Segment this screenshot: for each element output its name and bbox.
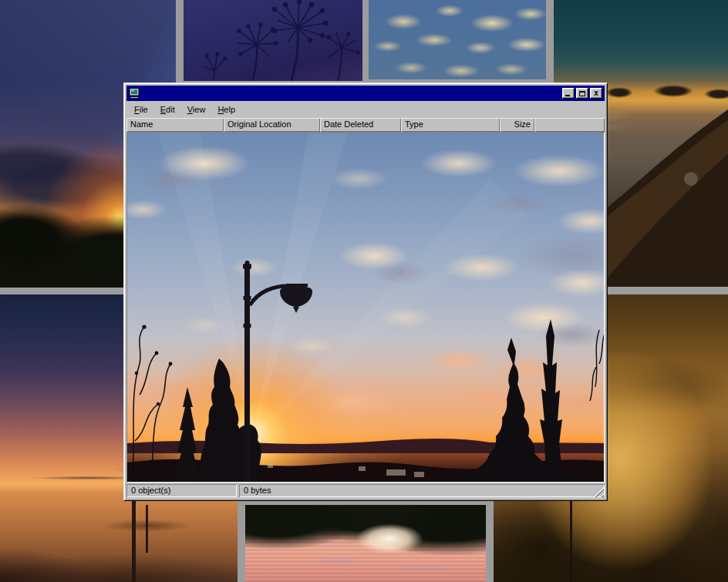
status-byte-count: 0 bytes bbox=[239, 484, 605, 497]
column-header-name[interactable]: Name bbox=[126, 118, 224, 132]
list-view-area[interactable] bbox=[126, 132, 605, 483]
menu-help[interactable]: Help bbox=[211, 103, 241, 116]
wallpaper-tile-seed-head-silhouettes bbox=[184, 0, 362, 81]
close-icon: x bbox=[594, 89, 598, 97]
see-through-sunset-photo bbox=[127, 133, 604, 482]
window-controls: x bbox=[562, 88, 602, 99]
list-column-headers: Name Original Location Date Deleted Type… bbox=[126, 118, 605, 132]
status-bar: 0 object(s) 0 bytes bbox=[126, 484, 605, 498]
minimize-button[interactable] bbox=[562, 88, 575, 99]
recycle-bin-window: x File Edit View Help Name Original Loca… bbox=[123, 82, 608, 501]
minimize-icon bbox=[565, 95, 570, 96]
menu-edit[interactable]: Edit bbox=[154, 103, 181, 116]
silhouette-layer bbox=[127, 133, 604, 482]
golden-pole-silhouette bbox=[570, 501, 572, 582]
column-header-filler bbox=[534, 118, 605, 132]
menu-bar: File Edit View Help bbox=[126, 101, 605, 118]
lake-pole-silhouette bbox=[132, 500, 136, 582]
status-object-count: 0 object(s) bbox=[126, 484, 237, 497]
column-header-date-deleted[interactable]: Date Deleted bbox=[320, 118, 401, 132]
lake-pole-silhouette bbox=[146, 505, 148, 553]
wallpaper-tile-altocumulus-sky bbox=[369, 0, 546, 79]
maximize-icon bbox=[579, 91, 585, 96]
close-button[interactable]: x bbox=[590, 88, 602, 99]
menu-view[interactable]: View bbox=[181, 103, 212, 116]
seed-head-silhouette-graphic bbox=[184, 0, 362, 81]
column-header-type[interactable]: Type bbox=[401, 118, 500, 132]
window-titlebar[interactable]: x bbox=[126, 86, 605, 101]
wallpaper-tile-water-reflection bbox=[245, 505, 486, 582]
desktop: { "window": { "title": "", "menu": ["Fil… bbox=[0, 0, 728, 582]
computer-icon bbox=[129, 88, 140, 99]
menu-file[interactable]: File bbox=[128, 103, 154, 116]
maximize-button[interactable] bbox=[576, 88, 588, 99]
column-header-size[interactable]: Size bbox=[500, 118, 534, 132]
column-header-original-location[interactable]: Original Location bbox=[224, 118, 320, 132]
